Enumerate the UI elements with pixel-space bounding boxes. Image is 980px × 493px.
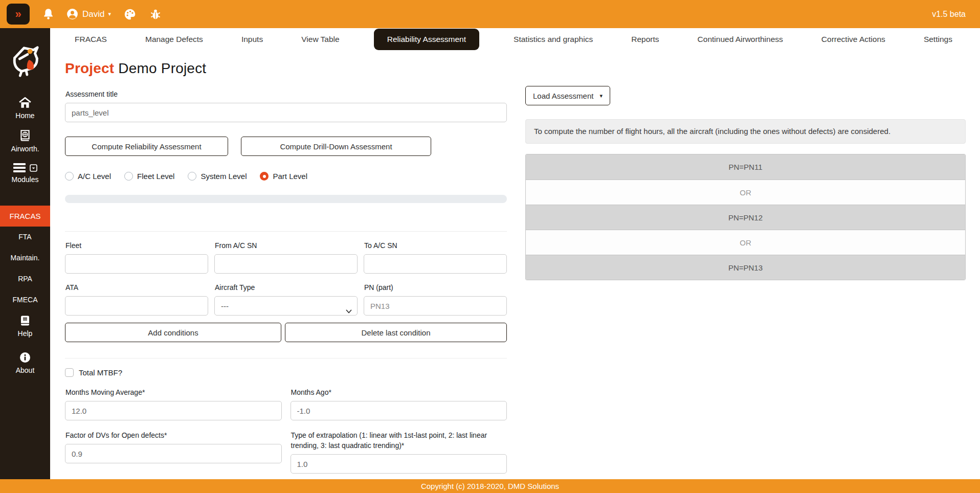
sidebar-item-modules[interactable]: Modules bbox=[0, 163, 50, 184]
assessment-form: Project Demo Project Assessment title Co… bbox=[65, 52, 507, 474]
radio-system-level[interactable]: System Level bbox=[188, 172, 247, 181]
sidebar-item-maintain[interactable]: Maintain. bbox=[0, 254, 50, 262]
top-bar: » David ▾ v1.5 beta bbox=[0, 0, 980, 28]
user-menu-caret-icon: ▾ bbox=[108, 11, 111, 17]
months-moving-average-input[interactable] bbox=[65, 401, 282, 420]
tab-manage-defects[interactable]: Manage Defects bbox=[141, 28, 207, 51]
total-mtbf-option[interactable]: Total MTBF? bbox=[65, 368, 507, 377]
tab-settings[interactable]: Settings bbox=[920, 28, 956, 51]
aircraft-type-field: Aircraft Type --- bbox=[214, 282, 358, 316]
tab-reports[interactable]: Reports bbox=[627, 28, 663, 51]
months-ago-input[interactable] bbox=[291, 401, 507, 420]
ata-field: ATA bbox=[65, 282, 208, 316]
bug-report-icon[interactable] bbox=[149, 8, 162, 21]
fleet-label: Fleet bbox=[65, 240, 208, 251]
pn-field: PN (part) bbox=[364, 282, 507, 316]
project-name: Demo Project bbox=[118, 60, 206, 76]
tab-corrective-actions[interactable]: Corrective Actions bbox=[817, 28, 889, 51]
notifications-bell-icon[interactable] bbox=[42, 8, 55, 20]
divider bbox=[65, 231, 507, 232]
months-ago-field: Months Ago* bbox=[291, 387, 507, 420]
tab-reliability-assessment[interactable]: Reliability Assessment bbox=[374, 29, 479, 50]
aircraft-type-select[interactable]: --- bbox=[214, 296, 358, 316]
fleet-input[interactable] bbox=[65, 254, 208, 274]
sidebar-item-label: About bbox=[16, 366, 35, 374]
sidebar-item-label: Help bbox=[18, 329, 33, 338]
app-logo bbox=[0, 43, 50, 77]
info-text: To compute the number of flight hours, a… bbox=[534, 127, 890, 136]
modules-dropdown-icon[interactable] bbox=[30, 164, 37, 172]
assessment-title-label: Assessment title bbox=[65, 89, 507, 99]
to-ac-sn-label: To A/C SN bbox=[364, 240, 507, 251]
compute-reliability-button[interactable]: Compute Reliability Assessment bbox=[65, 137, 228, 156]
theme-palette-icon[interactable] bbox=[123, 8, 137, 21]
app-version: v1.5 beta bbox=[932, 10, 966, 19]
footer-bar: Copyright (c) 2018-2020, DMD Solutions bbox=[0, 479, 980, 493]
main-content: FRACAS Manage Defects Inputs View Table … bbox=[50, 28, 980, 479]
radio-ac-level[interactable]: A/C Level bbox=[65, 172, 111, 181]
from-ac-sn-input[interactable] bbox=[214, 254, 358, 274]
sidebar-item-rpa[interactable]: RPA bbox=[0, 275, 50, 283]
total-mtbf-checkbox[interactable] bbox=[65, 368, 74, 377]
divider bbox=[65, 358, 507, 358]
compute-drilldown-button[interactable]: Compute Drill-Down Assessment bbox=[241, 137, 431, 156]
sidebar-item-fta[interactable]: FTA bbox=[0, 233, 50, 241]
factor-dvs-label: Factor of DVs for Open defects* bbox=[65, 430, 282, 440]
sidebar-item-fmeca[interactable]: FMECA bbox=[0, 296, 50, 304]
module-tab-bar: FRACAS Manage Defects Inputs View Table … bbox=[50, 28, 980, 52]
page-title: Project Demo Project bbox=[65, 60, 507, 77]
extrapolation-type-input[interactable] bbox=[291, 454, 507, 474]
page-title-prefix: Project bbox=[65, 60, 114, 76]
info-circle-icon bbox=[19, 351, 31, 364]
tab-continued-airworthiness[interactable]: Continued Airworthiness bbox=[694, 28, 787, 51]
condition-row: PN=PN12 bbox=[526, 205, 965, 230]
load-assessment-button[interactable]: Load Assessment ▾ bbox=[525, 86, 610, 105]
assessment-title-input[interactable] bbox=[65, 103, 507, 122]
delete-last-condition-button[interactable]: Delete last condition bbox=[285, 323, 507, 342]
sidebar-item-home[interactable]: Home bbox=[0, 97, 50, 120]
total-mtbf-label: Total MTBF? bbox=[79, 368, 122, 377]
conditions-table: PN=PN11 OR PN=PN12 OR PN=PN13 bbox=[525, 154, 966, 280]
from-ac-sn-label: From A/C SN bbox=[215, 240, 358, 251]
radio-part-level[interactable]: Part Level bbox=[260, 172, 307, 181]
radio-circle-icon[interactable] bbox=[65, 172, 74, 181]
fleet-field: Fleet bbox=[65, 240, 208, 274]
aircraft-type-label: Aircraft Type bbox=[215, 282, 358, 293]
to-ac-sn-input[interactable] bbox=[364, 254, 507, 274]
sidebar-item-about[interactable]: About bbox=[0, 351, 50, 374]
help-book-icon bbox=[19, 315, 31, 327]
pn-input[interactable] bbox=[364, 296, 507, 316]
ata-input[interactable] bbox=[65, 296, 208, 316]
progress-bar bbox=[65, 195, 507, 203]
add-conditions-button[interactable]: Add conditions bbox=[65, 323, 281, 342]
sidebar-collapse-button[interactable]: » bbox=[7, 4, 30, 25]
sidebar-item-label: Airworth. bbox=[11, 145, 39, 153]
radio-circle-icon[interactable] bbox=[124, 172, 133, 181]
radio-circle-checked-icon[interactable] bbox=[260, 172, 269, 181]
tab-fracas[interactable]: FRACAS bbox=[71, 28, 111, 51]
tab-inputs[interactable]: Inputs bbox=[237, 28, 267, 51]
sidebar-item-label: Home bbox=[15, 111, 34, 120]
months-moving-average-label: Months Moving Average* bbox=[65, 387, 282, 397]
sidebar: Home Airworth. Modules FRACAS FTA Mainta… bbox=[0, 28, 50, 479]
level-radio-group: A/C Level Fleet Level System Level Part … bbox=[65, 172, 507, 181]
condition-operator-row: OR bbox=[526, 180, 965, 205]
sidebar-item-fracas-active[interactable]: FRACAS bbox=[0, 206, 50, 227]
user-menu[interactable]: David ▾ bbox=[66, 8, 111, 20]
modules-menu-icon bbox=[13, 163, 26, 173]
condition-row: PN=PN13 bbox=[526, 255, 965, 280]
sidebar-item-airworthiness[interactable]: Airworth. bbox=[0, 129, 50, 153]
tab-statistics-and-graphics[interactable]: Statistics and graphics bbox=[509, 28, 597, 51]
months-ago-label: Months Ago* bbox=[291, 387, 507, 397]
sidebar-item-label: Modules bbox=[12, 175, 39, 184]
assessment-side-panel: Load Assessment ▾ To compute the number … bbox=[525, 52, 966, 280]
sidebar-item-help[interactable]: Help bbox=[0, 315, 50, 338]
radio-fleet-level[interactable]: Fleet Level bbox=[124, 172, 174, 181]
radio-circle-icon[interactable] bbox=[188, 172, 196, 181]
copyright-text: Copyright (c) 2018-2020, DMD Solutions bbox=[421, 482, 559, 490]
factor-dvs-input[interactable] bbox=[65, 444, 282, 463]
to-ac-sn-field: To A/C SN bbox=[364, 240, 507, 274]
user-avatar-icon bbox=[66, 8, 79, 20]
tab-view-table[interactable]: View Table bbox=[297, 28, 343, 51]
airworthiness-book-icon bbox=[18, 129, 32, 142]
